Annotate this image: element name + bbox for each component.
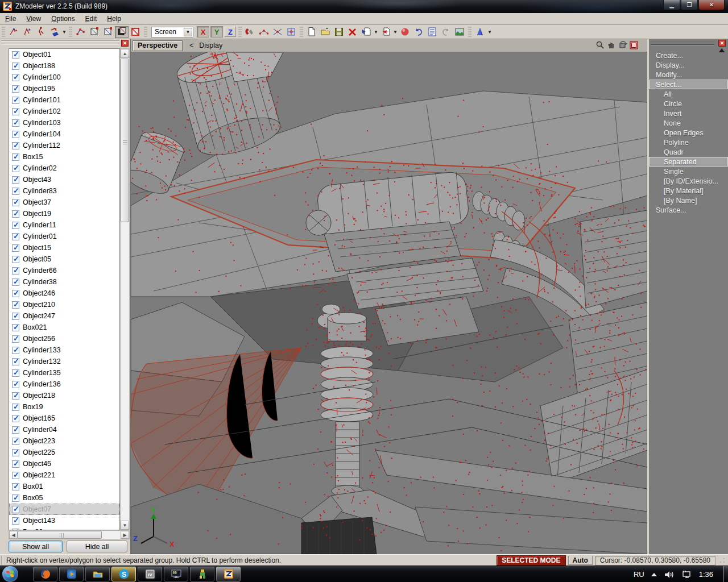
command-item-by-material[interactable]: [By Material]	[649, 186, 728, 196]
object-checkbox[interactable]	[12, 108, 19, 115]
export-icon[interactable]	[379, 26, 392, 38]
save-file-icon[interactable]	[332, 26, 346, 38]
command-item-all[interactable]: All	[649, 89, 728, 99]
object-checkbox[interactable]	[12, 85, 19, 93]
object-checkbox[interactable]	[12, 324, 19, 331]
object-checkbox[interactable]	[12, 313, 19, 320]
object-checkbox[interactable]	[12, 358, 19, 365]
object-checkbox[interactable]	[12, 301, 19, 309]
objects-panel-close-icon[interactable]: ✕	[121, 40, 129, 47]
object-checkbox[interactable]	[12, 199, 19, 206]
object-list-item[interactable]: Cylinder83	[9, 185, 119, 197]
panel-grip[interactable]	[1, 40, 119, 45]
command-item-open-edges[interactable]: Open Edges	[649, 128, 728, 138]
move-gizmo-icon[interactable]	[7, 26, 20, 38]
object-checkbox[interactable]	[12, 131, 19, 138]
object-list-item[interactable]: Object19	[9, 208, 119, 219]
taskbar-zmodeler-button[interactable]	[216, 567, 241, 581]
viewport-canvas[interactable]: Y Z X	[131, 52, 647, 554]
hide-all-button[interactable]: Hide all	[67, 541, 127, 552]
object-list-item[interactable]: Cylinder133	[9, 344, 119, 356]
command-item-display[interactable]: Display...	[649, 60, 728, 70]
polygons-level-icon[interactable]	[101, 26, 115, 38]
texture-browser-icon[interactable]	[453, 26, 466, 38]
object-list-item[interactable]: Object247	[9, 310, 119, 322]
object-list-item[interactable]: Cylinder38	[9, 276, 119, 288]
object-checkbox[interactable]	[12, 404, 19, 411]
toolbar-grip[interactable]	[468, 27, 471, 37]
uv-level-icon[interactable]	[129, 26, 142, 38]
object-checkbox[interactable]	[12, 153, 19, 161]
toolbar-grip[interactable]	[144, 27, 147, 37]
object-checkbox[interactable]	[12, 74, 19, 81]
object-list-item[interactable]: Object07	[9, 504, 119, 515]
object-list-item[interactable]: Object188	[9, 60, 119, 72]
object-list-item[interactable]: Cylinder104	[9, 128, 119, 140]
import-dropdown-caret[interactable]: ▼	[373, 26, 379, 38]
command-item-separated[interactable]: Separated	[649, 157, 728, 167]
object-list-item[interactable]: Object43	[9, 174, 119, 185]
object-list-item[interactable]: Object01	[9, 49, 119, 60]
object-list-item[interactable]: Object45	[9, 458, 119, 469]
object-list-item[interactable]: Cylinder04	[9, 424, 119, 435]
object-list-item[interactable]: Box021	[9, 322, 119, 333]
object-list-vscrollbar[interactable]: ▲ ▼	[120, 48, 130, 530]
menu-options[interactable]: Options	[46, 14, 80, 24]
vertices-level-icon[interactable]	[74, 26, 88, 38]
export-dropdown-caret[interactable]: ▼	[392, 26, 398, 38]
object-list-item[interactable]: Object256	[9, 333, 119, 344]
object-list[interactable]: Object01Object188Cylinder100Object195Cyl…	[9, 48, 120, 530]
object-list-item[interactable]: Cylinder01	[9, 231, 119, 242]
object-checkbox[interactable]	[12, 222, 19, 229]
object-checkbox[interactable]	[12, 381, 19, 388]
pan-hand-icon[interactable]	[607, 40, 616, 49]
redo-icon[interactable]	[439, 26, 453, 38]
object-checkbox[interactable]	[12, 278, 19, 286]
object-list-item[interactable]: Cylinder100	[9, 72, 119, 83]
command-panel-close-icon[interactable]: ✕	[718, 40, 726, 47]
taskbar-explorer-button[interactable]	[85, 567, 110, 581]
menu-file[interactable]: File	[0, 14, 21, 24]
command-item-select[interactable]: Select...	[649, 80, 728, 89]
object-list-item[interactable]: Object218	[9, 390, 119, 401]
weld-vertices-icon[interactable]	[257, 26, 271, 38]
show-desktop-button[interactable]	[723, 566, 728, 582]
object-checkbox[interactable]	[12, 290, 19, 297]
object-list-item[interactable]: Object15	[9, 242, 119, 253]
object-checkbox[interactable]	[12, 494, 19, 502]
object-list-item[interactable]: Box01	[9, 481, 119, 492]
taskbar-firefox-button[interactable]	[33, 567, 57, 581]
rotate-gizmo-icon[interactable]	[20, 26, 34, 38]
object-checkbox[interactable]	[12, 97, 19, 104]
toolbar-grip[interactable]	[69, 27, 72, 37]
maximize-view-icon[interactable]	[630, 41, 638, 49]
object-list-item[interactable]: Box05	[9, 492, 119, 504]
object-checkbox[interactable]	[12, 449, 19, 456]
new-file-icon[interactable]	[305, 26, 318, 38]
delete-icon[interactable]	[346, 26, 359, 38]
render-dropdown-caret[interactable]: ▼	[487, 26, 493, 38]
object-checkbox[interactable]	[12, 244, 19, 252]
object-list-item[interactable]: Object05	[9, 253, 119, 265]
scroll-right-icon[interactable]: ▶	[121, 531, 129, 539]
tool-dropdown-caret[interactable]: ▼	[61, 26, 67, 38]
object-checkbox[interactable]	[12, 483, 19, 490]
object-list-item[interactable]: Cylinder66	[9, 265, 119, 276]
object-list-item[interactable]: Object225	[9, 447, 119, 458]
taskbar-gtaiv-button[interactable]: IV	[138, 567, 162, 581]
auto-button[interactable]: Auto	[568, 556, 593, 565]
edges-level-icon[interactable]	[88, 26, 101, 38]
object-checkbox[interactable]	[12, 63, 19, 70]
panel-grip[interactable]	[651, 41, 714, 45]
taskbar-monitor-app-button[interactable]: 99	[164, 567, 188, 581]
object-checkbox[interactable]	[12, 460, 19, 468]
object-list-item[interactable]: Cylinder02	[9, 163, 119, 174]
clock[interactable]: 1:36	[699, 570, 713, 579]
object-list-item[interactable]: Object143	[9, 515, 119, 526]
object-list-item[interactable]: Object165	[9, 413, 119, 424]
menu-view[interactable]: View	[21, 14, 46, 24]
objects-level-icon[interactable]	[115, 26, 129, 38]
toolbar-grip[interactable]	[2, 27, 5, 37]
object-list-item[interactable]: Cylinder101	[9, 94, 119, 106]
undo-icon[interactable]	[412, 26, 425, 38]
